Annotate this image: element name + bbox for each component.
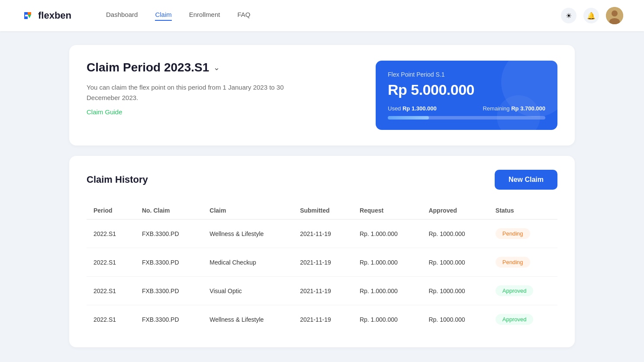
col-period: Period xyxy=(87,202,135,220)
cell-status: Pending xyxy=(489,248,557,277)
col-request: Request xyxy=(353,202,422,220)
new-claim-button[interactable]: New Claim xyxy=(495,170,557,190)
col-no-claim: No. Claim xyxy=(135,202,203,220)
cell-no-claim: FXB.3300.PD xyxy=(135,277,203,305)
cell-status: Approved xyxy=(489,277,557,305)
claim-period-description: You can claim the flex point on this per… xyxy=(87,82,303,103)
progress-bar-fill xyxy=(388,116,429,120)
cell-request: Rp. 1.000.000 xyxy=(353,248,422,277)
cell-status: Approved xyxy=(489,305,557,334)
period-dropdown-chevron[interactable]: ⌄ xyxy=(213,63,220,72)
cell-period: 2022.S1 xyxy=(87,305,135,334)
nav-claim[interactable]: Claim xyxy=(155,11,171,21)
table-header-row: Period No. Claim Claim Submitted Request… xyxy=(87,202,557,220)
bell-icon: 🔔 xyxy=(587,12,596,20)
cell-approved: Rp. 1000.000 xyxy=(422,248,488,277)
used-stat: Used Rp 1.300.000 xyxy=(388,105,437,112)
cell-request: Rp. 1.000.000 xyxy=(353,277,422,305)
table-body: 2022.S1 FXB.3300.PD Wellness & Lifestyle… xyxy=(87,220,557,334)
cell-no-claim: FXB.3300.PD xyxy=(135,305,203,334)
col-approved: Approved xyxy=(422,202,488,220)
cell-submitted: 2021-11-19 xyxy=(293,248,353,277)
cell-claim: Wellness & Lifestyle xyxy=(203,305,293,334)
main-content: Claim Period 2023.S1 ⌄ You can claim the… xyxy=(0,31,644,361)
svg-rect-0 xyxy=(21,9,35,23)
status-badge: Pending xyxy=(496,257,530,268)
nav-right: ☀ 🔔 xyxy=(561,7,623,24)
table-head: Period No. Claim Claim Submitted Request… xyxy=(87,202,557,220)
notification-button[interactable]: 🔔 xyxy=(583,8,599,23)
cell-submitted: 2021-11-19 xyxy=(293,277,353,305)
status-badge: Pending xyxy=(496,228,530,239)
table-row[interactable]: 2022.S1 FXB.3300.PD Visual Optic 2021-11… xyxy=(87,277,557,305)
claim-guide-link[interactable]: Claim Guide xyxy=(87,108,122,116)
claim-period-left: Claim Period 2023.S1 ⌄ You can claim the… xyxy=(87,61,376,116)
remaining-stat: Remaining Rp 3.700.000 xyxy=(483,105,545,112)
cell-submitted: 2021-11-19 xyxy=(293,220,353,248)
cell-request: Rp. 1.000.000 xyxy=(353,305,422,334)
flex-point-stats: Used Rp 1.300.000 Remaining Rp 3.700.000 xyxy=(388,105,545,112)
flex-point-amount: Rp 5.000.000 xyxy=(388,81,545,98)
cell-period: 2022.S1 xyxy=(87,277,135,305)
cell-approved: Rp. 1000.000 xyxy=(422,277,488,305)
claim-period-card: Claim Period 2023.S1 ⌄ You can claim the… xyxy=(69,45,575,145)
nav-dashboard[interactable]: Dashboard xyxy=(106,11,138,21)
user-avatar[interactable] xyxy=(606,7,623,24)
table-row[interactable]: 2022.S1 FXB.3300.PD Wellness & Lifestyle… xyxy=(87,305,557,334)
sun-icon: ☀ xyxy=(566,12,572,20)
cell-claim: Medical Checkup xyxy=(203,248,293,277)
navbar: flexben Dashboard Claim Enrollment FAQ ☀… xyxy=(0,0,644,31)
table-row[interactable]: 2022.S1 FXB.3300.PD Wellness & Lifestyle… xyxy=(87,220,557,248)
claim-table: Period No. Claim Claim Submitted Request… xyxy=(87,202,557,333)
table-row[interactable]: 2022.S1 FXB.3300.PD Medical Checkup 2021… xyxy=(87,248,557,277)
logo[interactable]: flexben xyxy=(21,9,71,23)
logo-text: flexben xyxy=(38,10,71,21)
col-status: Status xyxy=(489,202,557,220)
col-claim: Claim xyxy=(203,202,293,220)
claim-history-card: Claim History New Claim Period No. Claim… xyxy=(69,156,575,347)
cell-approved: Rp. 1000.000 xyxy=(422,220,488,248)
nav-links: Dashboard Claim Enrollment FAQ xyxy=(106,11,561,21)
status-badge: Approved xyxy=(496,314,534,325)
cell-no-claim: FXB.3300.PD xyxy=(135,248,203,277)
cell-claim: Visual Optic xyxy=(203,277,293,305)
claim-history-header: Claim History New Claim xyxy=(87,170,557,190)
cell-claim: Wellness & Lifestyle xyxy=(203,220,293,248)
cell-request: Rp. 1.000.000 xyxy=(353,220,422,248)
flex-point-label: Flex Point Period S.1 xyxy=(388,71,545,78)
claim-period-title-row: Claim Period 2023.S1 ⌄ xyxy=(87,61,376,74)
claim-period-heading: Claim Period 2023.S1 xyxy=(87,61,209,74)
cell-period: 2022.S1 xyxy=(87,248,135,277)
cell-no-claim: FXB.3300.PD xyxy=(135,220,203,248)
status-badge: Approved xyxy=(496,285,534,296)
nav-faq[interactable]: FAQ xyxy=(237,11,250,21)
progress-bar-background xyxy=(388,116,545,120)
col-submitted: Submitted xyxy=(293,202,353,220)
claim-history-title: Claim History xyxy=(87,174,148,185)
cell-status: Pending xyxy=(489,220,557,248)
cell-submitted: 2021-11-19 xyxy=(293,305,353,334)
cell-period: 2022.S1 xyxy=(87,220,135,248)
theme-toggle-button[interactable]: ☀ xyxy=(561,8,576,23)
svg-point-2 xyxy=(612,10,618,16)
nav-enrollment[interactable]: Enrollment xyxy=(189,11,220,21)
avatar-image xyxy=(606,7,623,24)
flex-point-card: Flex Point Period S.1 Rp 5.000.000 Used … xyxy=(376,61,557,130)
logo-icon xyxy=(21,9,35,23)
cell-approved: Rp. 1000.000 xyxy=(422,305,488,334)
